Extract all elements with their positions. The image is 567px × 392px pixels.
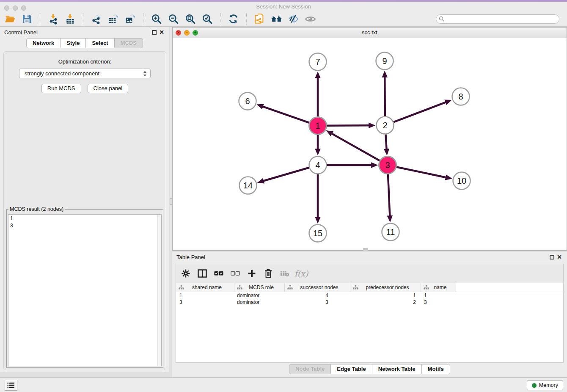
- tab-select[interactable]: Select: [86, 38, 114, 48]
- refresh-layout-icon[interactable]: [228, 13, 239, 25]
- optimization-select[interactable]: strongly connected component: [19, 69, 151, 78]
- table-row[interactable]: 3dominator323: [176, 299, 563, 306]
- table-settings-gear-icon[interactable]: [181, 269, 190, 278]
- table-cell[interactable]: 1: [421, 293, 456, 298]
- zoom-selected-icon[interactable]: [201, 13, 213, 25]
- tab-network[interactable]: Network: [26, 38, 61, 48]
- tab-edge-table[interactable]: Edge Table: [331, 364, 372, 374]
- table-cell[interactable]: dominator: [234, 293, 285, 298]
- horizontal-splitter-handle[interactable]: [363, 249, 368, 251]
- node-table[interactable]: shared nameMCDS rolesuccessor nodesprede…: [176, 283, 563, 362]
- home-network-icon[interactable]: [271, 13, 282, 25]
- mcds-result-text[interactable]: 1 3: [8, 214, 162, 366]
- network-window-titlebar[interactable]: ✕ − + scc.txt: [173, 28, 567, 38]
- table-cell[interactable]: dominator: [234, 299, 285, 305]
- zoom-fit-icon[interactable]: [184, 13, 196, 25]
- hide-eye-icon[interactable]: [288, 13, 299, 25]
- graph-edge-4-14[interactable]: [263, 168, 309, 181]
- network-view-window: ✕ − + scc.txt 7968124314101511: [172, 27, 567, 251]
- fx-label: f(x): [295, 269, 308, 278]
- graph-edge-2-8[interactable]: [394, 102, 446, 122]
- window-traffic-lights[interactable]: [4, 6, 26, 11]
- tab-network-table[interactable]: Network Table: [372, 364, 422, 374]
- close-panel-button[interactable]: Close panel: [88, 84, 129, 93]
- result-scrollbar[interactable]: [157, 215, 161, 366]
- graph-edge-3-11[interactable]: [388, 174, 390, 216]
- duplicate-network-icon[interactable]: [254, 13, 265, 25]
- mcds-result-group: MCDS result (2 nodes) 1 3: [6, 209, 163, 368]
- table-cell[interactable]: 1: [176, 293, 234, 298]
- deselect-all-columns-icon[interactable]: [231, 269, 240, 278]
- function-builder-icon: f(x): [297, 269, 306, 278]
- column-header-predecessor-nodes[interactable]: predecessor nodes: [350, 283, 421, 292]
- control-panel-header: Control Panel ✕: [0, 27, 169, 38]
- float-table-panel-icon[interactable]: [550, 255, 554, 259]
- graph-node-label-9: 9: [382, 56, 387, 66]
- column-header-name[interactable]: name: [421, 283, 456, 292]
- minimize-network-icon[interactable]: −: [184, 30, 190, 36]
- select-all-columns-icon[interactable]: [214, 269, 223, 278]
- optimization-select-value: strongly connected component: [25, 70, 99, 77]
- tab-style[interactable]: Style: [61, 38, 86, 48]
- task-history-button[interactable]: [5, 380, 17, 391]
- export-network-icon[interactable]: [91, 13, 102, 25]
- table-body: 1dominator4113dominator323: [176, 292, 563, 306]
- column-header-shared-name[interactable]: shared name: [176, 283, 234, 292]
- table-panel: Table Panel ✕: [172, 252, 567, 377]
- table-cell[interactable]: 1: [350, 293, 421, 298]
- toolbar-separator: [143, 13, 143, 25]
- graph-edge-3-10[interactable]: [396, 167, 446, 177]
- column-header-label: successor nodes: [293, 284, 350, 290]
- graph-node-label-7: 7: [315, 57, 320, 66]
- network-canvas[interactable]: 7968124314101511: [173, 38, 567, 250]
- graph-edge-3-1[interactable]: [332, 133, 380, 160]
- tab-node-table[interactable]: Node Table: [289, 364, 331, 374]
- create-column-icon[interactable]: [247, 269, 256, 278]
- select-stepper-icon: [143, 70, 147, 77]
- open-session-icon[interactable]: [4, 13, 16, 25]
- close-window-icon[interactable]: [4, 6, 9, 11]
- column-header-successor-nodes[interactable]: successor nodes: [285, 283, 350, 292]
- graph-edge-1-6[interactable]: [262, 106, 309, 123]
- zoom-in-icon[interactable]: [151, 13, 162, 25]
- export-image-icon[interactable]: [124, 13, 136, 25]
- zoom-out-icon[interactable]: [168, 13, 179, 25]
- search-icon: [439, 16, 445, 22]
- show-eye-icon[interactable]: [305, 13, 316, 25]
- mcds-panel: Optimization criterion: strongly connect…: [3, 51, 166, 370]
- tab-mcds[interactable]: MCDS: [115, 38, 143, 48]
- close-table-panel-icon[interactable]: ✕: [557, 254, 562, 260]
- import-table-icon[interactable]: [64, 13, 76, 25]
- maximize-network-icon[interactable]: +: [193, 30, 198, 36]
- table-cell[interactable]: 3: [421, 299, 456, 305]
- network-window-traffic-lights[interactable]: ✕ − +: [176, 30, 198, 36]
- table-panel-title: Table Panel: [176, 254, 205, 260]
- run-mcds-button[interactable]: Run MCDS: [41, 84, 81, 93]
- maximize-window-icon[interactable]: [21, 6, 26, 11]
- table-header-row: shared nameMCDS rolesuccessor nodesprede…: [176, 283, 563, 292]
- memory-button[interactable]: Memory: [527, 380, 563, 390]
- float-panel-icon[interactable]: [152, 30, 157, 35]
- close-panel-icon[interactable]: ✕: [159, 29, 164, 36]
- column-header-label: shared name: [184, 284, 234, 290]
- close-network-icon[interactable]: ✕: [176, 30, 181, 36]
- table-cell[interactable]: 3: [176, 299, 234, 305]
- graph-edge-1-2[interactable]: [327, 125, 369, 126]
- minimize-window-icon[interactable]: [13, 6, 18, 11]
- import-network-icon[interactable]: [47, 13, 59, 25]
- save-session-icon[interactable]: [21, 13, 33, 25]
- table-cell[interactable]: 4: [285, 293, 350, 298]
- show-column-panel-icon[interactable]: [198, 269, 207, 278]
- table-row[interactable]: 1dominator411: [176, 292, 563, 299]
- table-cell[interactable]: 3: [285, 299, 350, 305]
- graph-edge-2-3[interactable]: [385, 134, 386, 149]
- network-graph[interactable]: 7968124314101511: [173, 38, 567, 250]
- search-input[interactable]: [436, 14, 559, 24]
- column-header-MCDS-role[interactable]: MCDS role: [234, 283, 285, 292]
- export-table-icon[interactable]: [107, 13, 119, 25]
- status-bar: Memory: [0, 377, 567, 392]
- tab-motifs[interactable]: Motifs: [422, 364, 450, 374]
- graph-edge-2-9[interactable]: [385, 77, 385, 116]
- table-cell[interactable]: 2: [350, 299, 421, 305]
- delete-column-icon[interactable]: [264, 269, 273, 278]
